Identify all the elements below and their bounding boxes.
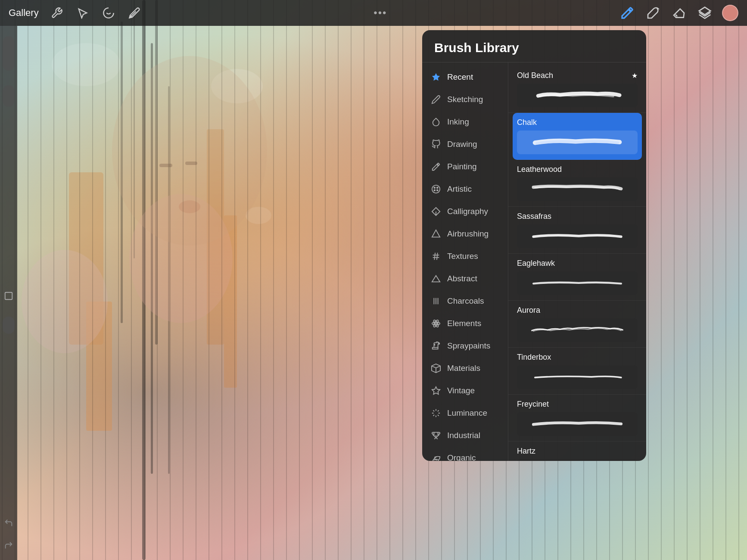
svg-point-10 [129,194,233,323]
category-recent[interactable]: Recent [422,66,508,88]
category-inking[interactable]: Inking [422,111,508,133]
size-slider[interactable] [3,85,15,107]
brush-header-sassafras: Sassafras [517,212,638,221]
brush-eaglehawk[interactable]: Eaglehawk [508,254,646,301]
svg-rect-6 [69,172,103,345]
selection-tool[interactable] [127,5,142,21]
vintage-icon [431,386,441,396]
svg-point-12 [211,69,263,103]
svg-rect-8 [207,129,224,345]
more-dots[interactable]: ••• [374,7,387,19]
category-painting[interactable]: Painting [422,156,508,178]
category-luminance[interactable]: Luminance [422,402,508,424]
category-airbrushing[interactable]: Airbrushing [422,223,508,245]
brush-header-chalk: Chalk [517,118,638,127]
category-drawing[interactable]: Drawing [422,133,508,156]
svg-rect-7 [86,302,112,431]
svg-line-33 [434,253,435,260]
color-picker[interactable] [722,5,738,21]
layers-tool[interactable] [696,4,713,22]
opacity-slider[interactable] [3,36,15,71]
svg-point-13 [52,43,121,86]
brush-aurora[interactable]: Aurora [508,301,646,348]
category-vintage[interactable]: Vintage [422,380,508,402]
category-label-inking: Inking [447,117,469,127]
brush-tinderbox[interactable]: Tinderbox [508,348,646,395]
brush-chalk[interactable]: Chalk [513,113,642,160]
svg-marker-44 [432,364,440,368]
svg-point-29 [434,190,435,191]
brush-preview-eaglehawk [517,271,638,295]
category-label-luminance: Luminance [447,408,487,418]
brush-header-eaglehawk: Eaglehawk [517,259,638,268]
square-icon[interactable] [3,290,15,302]
toolbar-left: Gallery [9,5,142,21]
svg-point-18 [179,200,200,213]
svg-point-25 [432,185,440,193]
brush-name-old-beach: Old Beach [517,71,553,80]
third-slider[interactable] [3,317,15,334]
top-toolbar: Gallery ••• [0,0,747,26]
category-label-artistic: Artistic [447,184,472,194]
painting-icon [431,162,441,172]
textures-icon [431,251,441,261]
smudge-tool[interactable] [101,5,116,21]
toolbar-center: ••• [374,7,387,19]
brush-preview-leatherwood [517,177,638,201]
brush-sassafras[interactable]: Sassafras [508,207,646,254]
sketching-icon [431,94,441,105]
category-sketching[interactable]: Sketching [422,88,508,111]
category-charcoals[interactable]: Charcoals [422,290,508,312]
svg-rect-5 [134,0,135,258]
redo-button[interactable] [3,539,15,551]
brush-header-leatherwood: Leatherwood [517,165,638,174]
brush-preview-aurora [517,318,638,342]
category-materials[interactable]: Materials [422,357,508,380]
industrial-icon [431,430,441,441]
brush-leatherwood[interactable]: Leatherwood [508,160,646,207]
category-spraypaints[interactable]: Spraypaints [422,335,508,357]
brush-library-body: Recent Sketching Inking Drawing Painting… [422,62,646,461]
recent-icon [431,72,441,82]
svg-point-14 [246,207,271,224]
category-label-airbrushing: Airbrushing [447,229,489,239]
category-calligraphy[interactable]: Calligraphy [422,200,508,223]
category-abstract[interactable]: Abstract [422,268,508,290]
brush-preview-freycinet [517,412,638,436]
gallery-button[interactable]: Gallery [9,7,39,19]
svg-marker-30 [432,230,440,237]
wrench-tool[interactable] [49,5,65,21]
brush-header-freycinet: Freycinet [517,400,638,409]
category-label-charcoals: Charcoals [447,296,484,306]
brush-library-title: Brush Library [422,30,646,62]
svg-marker-24 [432,73,440,81]
spraypaints-icon [431,341,441,351]
category-organic[interactable]: Organic [422,447,508,461]
svg-rect-0 [142,0,146,560]
svg-point-43 [439,343,439,344]
brush-name-freycinet: Freycinet [517,400,549,409]
undo-button[interactable] [3,517,15,529]
charcoals-icon [431,296,441,306]
category-textures[interactable]: Textures [422,245,508,268]
category-elements[interactable]: Elements [422,312,508,335]
brush-freycinet[interactable]: Freycinet [508,395,646,442]
brush-preview-old-beach [517,84,638,107]
drawing-icon [431,139,441,149]
cursor-tool[interactable] [75,5,90,21]
brush-old-beach[interactable]: Old Beach ★ [508,66,646,113]
smudge-tool-right[interactable] [644,4,662,22]
category-label-recent: Recent [447,72,473,82]
brush-hartz[interactable]: Hartz [508,442,646,461]
svg-rect-4 [121,22,123,323]
category-industrial[interactable]: Industrial [422,424,508,447]
luminance-icon [431,408,441,418]
abstract-icon [431,274,441,284]
brush-name-eaglehawk: Eaglehawk [517,259,555,268]
category-artistic[interactable]: Artistic [422,178,508,200]
brush-tool-active[interactable] [619,4,636,22]
eraser-tool[interactable] [670,4,688,22]
brush-fav-old-beach[interactable]: ★ [632,72,638,80]
brush-header-hartz: Hartz [517,447,638,456]
elements-icon [431,318,441,329]
